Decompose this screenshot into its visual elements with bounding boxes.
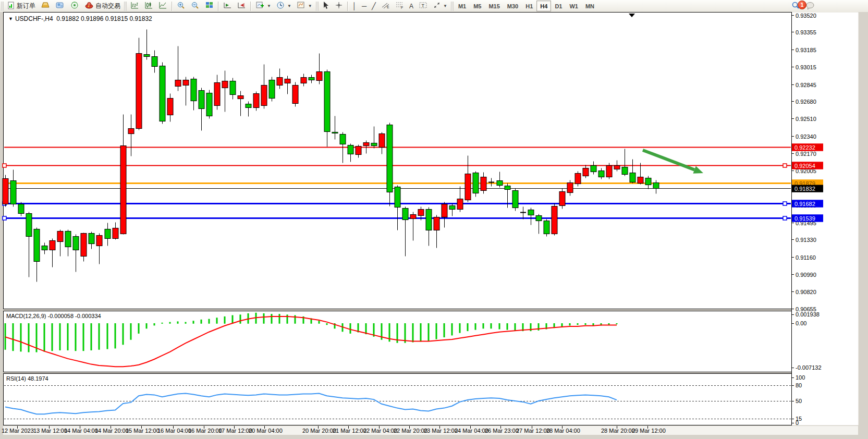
label-tool-button[interactable]: T: [416, 1, 430, 12]
candle-body: [246, 104, 251, 108]
auto-trading-button[interactable]: 自动交易: [82, 1, 123, 12]
timeframe-button-m15[interactable]: M15: [485, 1, 503, 11]
candle-body: [324, 72, 330, 132]
timeframe-button-m30[interactable]: M30: [504, 1, 522, 11]
svg-text:T: T: [421, 3, 424, 8]
candle-body: [536, 216, 542, 221]
timeframe-button-h4[interactable]: H4: [536, 1, 551, 11]
rsi-axis-label: 100: [796, 374, 805, 381]
trendline-tool-button[interactable]: ╱: [369, 1, 378, 12]
price-axis-tick-label: 0.93355: [796, 29, 816, 35]
chart-canvas[interactable]: 0.922320.920540.918790.918320.916820.915…: [0, 12, 868, 439]
date-axis-label: 20 Mar 20:00: [302, 428, 336, 434]
candle-body: [434, 217, 439, 230]
timeframe-button-m5[interactable]: M5: [470, 1, 485, 11]
candle-body: [395, 187, 400, 208]
periods-button[interactable]: ▼: [274, 1, 294, 12]
toolbar-grip[interactable]: [1, 2, 4, 11]
text-label-icon: T: [419, 1, 427, 11]
candle-body: [18, 204, 24, 214]
new-chart-button[interactable]: ▼: [253, 1, 274, 12]
candle-body: [575, 174, 581, 184]
collapse-triangle-icon[interactable]: ▼: [8, 16, 13, 21]
gold-ingot-button[interactable]: [38, 1, 53, 12]
new-order-label: 新订单: [17, 2, 35, 10]
timeframe-button-mn[interactable]: MN: [582, 1, 598, 11]
level-handle[interactable]: [783, 202, 787, 205]
price-axis-tick-label: 0.92680: [796, 99, 816, 105]
tile-windows-button[interactable]: [202, 1, 216, 12]
candle-body: [120, 146, 126, 234]
zoom-out-button[interactable]: [188, 1, 202, 12]
notification-count-badge[interactable]: 1: [798, 1, 806, 9]
timeframe-button-d1[interactable]: D1: [551, 1, 566, 11]
candlestick-button[interactable]: [142, 1, 156, 12]
level-handle[interactable]: [783, 216, 787, 220]
candle-body: [238, 96, 243, 99]
new-order-icon: [7, 2, 15, 11]
crosshair-tool-button[interactable]: [332, 1, 346, 12]
price-axis-tick-label: 0.90990: [796, 272, 816, 278]
timeframe-button-h1[interactable]: H1: [522, 1, 536, 11]
candle-body: [591, 166, 596, 172]
candle-body: [230, 81, 236, 95]
rsi-axis-label: 0: [796, 420, 799, 426]
fibonacci-tool-button[interactable]: F: [393, 1, 407, 12]
price-axis-tick-label: 0.90655: [796, 306, 816, 312]
candle-body: [292, 86, 298, 104]
auto-scroll-icon: [223, 1, 232, 11]
candle-body: [301, 78, 307, 83]
timeframe-button-w1[interactable]: W1: [566, 1, 582, 11]
candle-body: [332, 132, 338, 133]
date-axis-label: 15 Mar 12:00: [126, 428, 160, 434]
candle-body: [57, 231, 63, 242]
equidistant-channel-icon: E: [381, 1, 390, 11]
price-badge-label: 0.91682: [794, 201, 815, 207]
candle-body: [481, 177, 486, 191]
zoom-in-button[interactable]: [174, 1, 188, 12]
candle-body: [340, 135, 346, 144]
toolbar-grip[interactable]: [316, 2, 319, 11]
candle-body: [567, 183, 573, 193]
chevron-down-icon: ▼: [267, 4, 271, 8]
bar-chart-icon: [130, 1, 139, 11]
market-watch-button[interactable]: [53, 1, 67, 12]
cursor-tool-button[interactable]: [320, 1, 332, 12]
candle-body: [638, 177, 643, 184]
candle-body: [402, 209, 408, 220]
date-axis-label: 16 Mar 04:00: [157, 428, 191, 434]
date-axis-label: 20 Mar 04:00: [249, 428, 283, 434]
date-axis-label: 28 Mar 04:00: [546, 428, 580, 434]
chart-shift-button[interactable]: [235, 1, 249, 12]
chart-header: ▼USDCHF-,H4 0.91882 0.91896 0.91815 0.91…: [8, 15, 152, 22]
chevron-down-icon: ▼: [287, 4, 291, 8]
level-handle[interactable]: [3, 164, 6, 167]
toolbar-grip[interactable]: [124, 2, 127, 11]
fibonacci-icon: F: [395, 1, 404, 11]
price-axis-tick-label: 0.93520: [796, 13, 816, 19]
candle-body: [497, 181, 503, 186]
vertical-line-tool-button[interactable]: │: [350, 1, 359, 12]
line-chart-button[interactable]: [156, 1, 170, 12]
level-handle[interactable]: [3, 216, 6, 220]
new-chart-icon: [255, 1, 265, 11]
level-handle[interactable]: [783, 164, 787, 167]
text-tool-button[interactable]: A: [407, 1, 416, 12]
channel-tool-button[interactable]: E: [378, 1, 393, 12]
toolbar-grip[interactable]: [451, 2, 454, 11]
symbol-period-label: USDCHF-,H4: [15, 15, 53, 22]
candle-body: [199, 91, 204, 109]
auto-scroll-button[interactable]: [221, 1, 235, 12]
templates-button[interactable]: ▼: [294, 1, 315, 12]
templates-icon: [297, 1, 306, 11]
rsi-panel[interactable]: [4, 374, 792, 425]
chat-bubble-icon: [805, 1, 815, 11]
arrows-tool-button[interactable]: ▼: [430, 1, 450, 12]
bar-chart-button[interactable]: [128, 1, 142, 12]
candle-body: [89, 234, 94, 244]
horizontal-line-tool-button[interactable]: ─: [359, 1, 369, 12]
timeframe-button-m1[interactable]: M1: [455, 1, 470, 11]
candle-body: [528, 210, 534, 215]
new-order-button[interactable]: 新订单: [5, 1, 38, 12]
signals-button[interactable]: [67, 1, 82, 12]
